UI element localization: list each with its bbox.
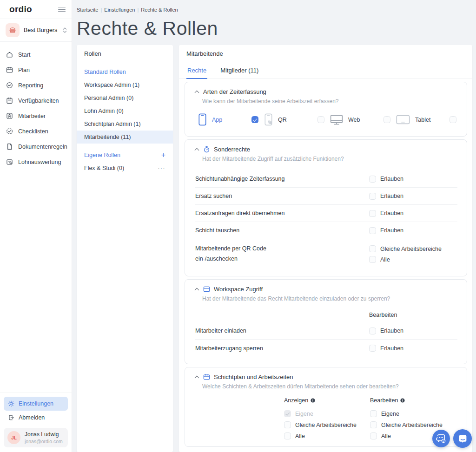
checkbox-erlauben[interactable] — [369, 227, 376, 234]
tab-rechte[interactable]: Rechte — [186, 62, 207, 79]
collapse-chevron-icon[interactable] — [195, 90, 199, 95]
messenger-button[interactable] — [453, 429, 472, 448]
avatar: JL — [7, 431, 20, 444]
breadcrumb-startseite[interactable]: Startseite — [77, 7, 98, 13]
checkbox-qr[interactable] — [317, 116, 324, 123]
sidebar-item-dokumentenregeln[interactable]: Dokumentenregeln — [0, 139, 72, 154]
option-label: Gleiche Arbeitsbereiche — [295, 422, 357, 428]
collapse-chevron-icon[interactable] — [195, 375, 199, 380]
perm-label-line2: ein-/auschecken — [195, 254, 369, 264]
payroll-report-icon — [6, 158, 13, 166]
user-card[interactable]: JL Jonas Ludwig jonas@ordio.com — [4, 428, 68, 447]
checkbox-erlauben[interactable] — [369, 345, 376, 352]
checkbox-erlauben[interactable] — [369, 210, 376, 217]
report-chart-icon — [6, 81, 13, 89]
device-options: App QR Web — [198, 113, 457, 126]
sidebar-item-abmelden[interactable]: Abmelden — [4, 411, 68, 425]
role-item-workspace-admin[interactable]: Workspace Admin (1) — [77, 79, 173, 92]
section-sonderrechte: Sonderrechte Hat der Mitarbeitende Zugri… — [185, 139, 467, 276]
sidebar-item-reporting[interactable]: Reporting — [0, 78, 72, 93]
section-subtitle: Welche Schichten & Arbeitszeiten dürfen … — [202, 383, 457, 390]
checkbox-erlauben[interactable] — [369, 328, 376, 334]
column-header-anzeigen: Anzeigen — [284, 397, 308, 404]
breadcrumb-separator: | — [137, 7, 139, 13]
perm-label: Schichtunabhängige Zeiterfassung — [195, 176, 369, 182]
sidebar-footer: Einstellungen Abmelden JL Jonas Ludwig j… — [0, 393, 72, 452]
option-label: Eigene — [381, 411, 399, 417]
perm-label: Mitarbeiter einladen — [195, 328, 369, 334]
checkbox-web[interactable] — [383, 116, 390, 123]
option-label: Erlauben — [380, 210, 403, 216]
tab-mitglieder[interactable]: Mitglieder (11) — [219, 62, 259, 79]
breadcrumb-rechte-rollen[interactable]: Rechte & Rollen — [141, 7, 178, 13]
checkbox-bearbeiten-eigene[interactable] — [370, 410, 377, 417]
sidebar-item-label: Checklisten — [18, 128, 48, 135]
role-item-flex-studi[interactable]: Flex & Studi (0) ··· — [77, 162, 173, 175]
option-label: Alle — [380, 256, 390, 263]
user-email: jonas@ordio.com — [25, 439, 63, 444]
checkbox-tablet[interactable] — [450, 116, 456, 123]
home-icon — [6, 51, 13, 59]
perm-row-mitarbeiterzugang-sperren: Mitarbeiterzugang sperren Erlauben — [195, 340, 457, 357]
sidebar-item-verfuegbarkeiten[interactable]: Verfügbarkeiten — [0, 93, 72, 108]
role-item-schichtplan-admin[interactable]: Schichtplan Admin (1) — [77, 118, 173, 131]
sidebar-item-start[interactable]: Start — [0, 47, 72, 62]
collapse-chevron-icon[interactable] — [195, 288, 199, 292]
sidebar-item-plan[interactable]: Plan — [0, 62, 72, 78]
checkbox-gleiche-arbeitsbereiche[interactable] — [369, 245, 376, 252]
workspace-selector[interactable]: Best Burgers — [0, 19, 72, 42]
device-option-tablet: Tablet — [396, 113, 456, 126]
sidebar-item-label: Start — [18, 52, 30, 58]
page-title: Rechte & Rollen — [77, 18, 218, 39]
checkbox-app[interactable] — [251, 116, 258, 123]
feedback-chat-button[interactable] — [432, 430, 450, 447]
roles-group-eigene[interactable]: Eigene Rollen + — [77, 149, 173, 162]
checkbox-alle[interactable] — [369, 256, 376, 263]
sidebar-item-einstellungen[interactable]: Einstellungen — [4, 397, 68, 411]
device-option-qr: QR — [264, 113, 324, 126]
sidebar-item-lohnauswertung[interactable]: Lohnauswertung — [0, 154, 72, 170]
role-item-personal-admin[interactable]: Personal Admin (0) — [77, 92, 173, 105]
column-header-bearbeiten: Bearbeiten — [369, 312, 457, 318]
sidebar-item-mitarbeiter[interactable]: Mitarbeiter — [0, 108, 72, 124]
checkbox-anzeigen-gleiche-arbeitsbereiche[interactable] — [284, 421, 291, 428]
section-title: Workspace Zugriff — [214, 286, 263, 293]
add-role-button[interactable]: + — [161, 151, 165, 159]
logout-label: Abmelden — [19, 414, 45, 421]
section-title: Schichtplan und Arbeitszeiten — [214, 373, 293, 380]
option-label: Erlauben — [380, 176, 403, 182]
browser-window-icon — [203, 286, 210, 293]
perm-row-schichtunabhaengige-zeiterfassung: Schichtunabhängige Zeiterfassung Erlaube… — [195, 170, 457, 188]
sidebar: ordio Best Burgers Start Plan Reporting — [0, 0, 72, 452]
checkbox-erlauben[interactable] — [369, 193, 376, 200]
checkbox-anzeigen-alle[interactable] — [284, 432, 291, 439]
perm-label: Ersatzanfragen direkt übernehmen — [195, 210, 369, 216]
breadcrumb: Startseite|Einstellungen|Rechte & Rollen — [77, 7, 178, 13]
breadcrumb-einstellungen[interactable]: Einstellungen — [104, 7, 135, 13]
sidebar-item-label: Dokumentenregeln — [18, 144, 67, 150]
document-icon — [6, 143, 13, 151]
menu-collapse-icon[interactable] — [58, 6, 66, 13]
role-item-mitarbeitende[interactable]: Mitarbeitende (11) — [77, 131, 173, 144]
workspace-logo-icon — [6, 23, 20, 37]
stopwatch-icon — [203, 146, 210, 153]
roles-group-standard[interactable]: Standard Rollen — [77, 66, 173, 79]
section-subtitle: Hat der Mitarbeitende das Recht Mitarbei… — [202, 295, 457, 302]
collapse-chevron-icon[interactable] — [195, 148, 199, 152]
checklist-icon — [6, 127, 13, 135]
option-label: Alle — [381, 433, 391, 439]
roles-list: Standard Rollen Workspace Admin (1) Pers… — [77, 62, 173, 178]
sidebar-item-label: Lohnauswertung — [18, 159, 61, 165]
checkbox-erlauben[interactable] — [369, 176, 376, 183]
role-item-lohn-admin[interactable]: Lohn Admin (0) — [77, 105, 173, 118]
perm-label: Schicht tauschen — [195, 227, 369, 234]
role-more-button[interactable]: ··· — [158, 165, 166, 171]
sidebar-item-checklisten[interactable]: Checklisten — [0, 124, 72, 139]
logout-icon — [7, 414, 15, 421]
section-title: Arten der Zeiterfassung — [203, 88, 266, 95]
option-label: Eigene — [295, 411, 313, 417]
detail-panel-title: Mitarbeitende — [179, 45, 472, 62]
perm-row-qr-checkin: Mitarbeitende per QR Code ein-/auschecke… — [195, 239, 457, 269]
checkbox-bearbeiten-gleiche-arbeitsbereiche[interactable] — [370, 421, 377, 428]
checkbox-bearbeiten-alle[interactable] — [370, 432, 377, 439]
